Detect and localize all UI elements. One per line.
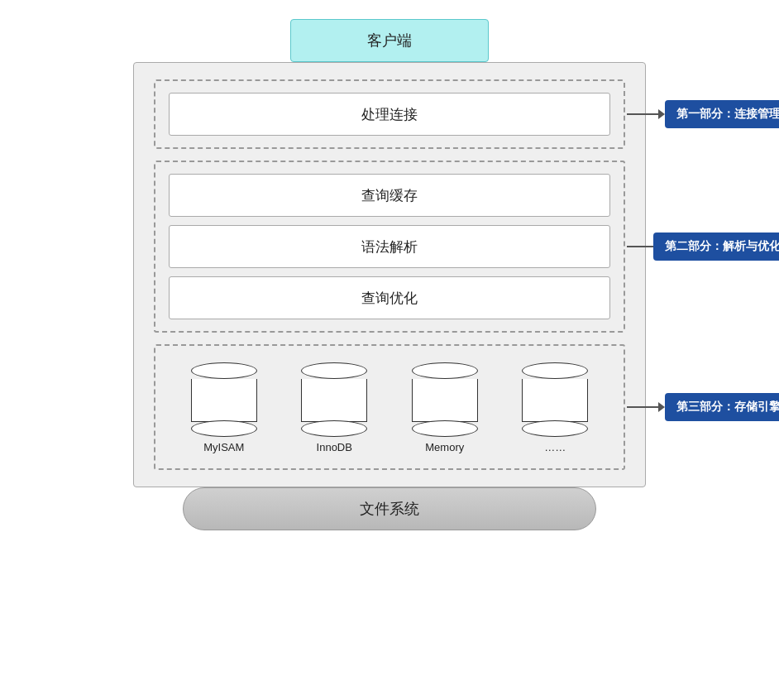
filesystem-label: 文件系统: [360, 499, 419, 519]
connection-label: 处理连接: [361, 105, 418, 124]
query-cache-label: 查询缓存: [361, 186, 418, 205]
section-connection: 处理连接: [154, 79, 625, 149]
engine-other-label: ……: [544, 441, 566, 453]
cyl-bottom-memory: [412, 420, 478, 437]
cyl-body-memory: [412, 379, 478, 422]
cyl-body-other: [522, 379, 588, 422]
cyl-bottom-myisam: [191, 420, 257, 437]
engine-innodb: InnoDB: [301, 362, 367, 453]
cyl-top-myisam: [191, 362, 257, 379]
client-box: 客户端: [290, 19, 489, 62]
engine-innodb-label: InnoDB: [317, 441, 352, 453]
cyl-bottom-other: [522, 420, 588, 437]
section-parser: 查询缓存 语法解析 查询优化: [154, 161, 625, 333]
cyl-body-innodb: [301, 379, 367, 422]
diagram-container: 客户端 处理连接 第一部分：连接管理 查询缓存: [34, 19, 745, 681]
cyl-bottom-innodb: [301, 420, 367, 437]
engine-other: ……: [522, 362, 588, 453]
section-storage: MyISAM InnoDB Memory: [154, 344, 625, 470]
cyl-top-memory: [412, 362, 478, 379]
inner-box-query-cache: 查询缓存: [169, 174, 610, 217]
cyl-body-myisam: [191, 379, 257, 422]
section-connection-wrapper: 处理连接 第一部分：连接管理: [154, 79, 625, 149]
label-connection-text: 第一部分：连接管理: [676, 107, 779, 122]
inner-box-syntax: 语法解析: [169, 225, 610, 268]
label-connection: 第一部分：连接管理: [665, 100, 779, 128]
label-storage-text: 第三部分：存储引擎: [676, 400, 779, 415]
storage-engines-row: MyISAM InnoDB Memory: [169, 357, 610, 457]
section-parser-wrapper: 查询缓存 语法解析 查询优化 第二部分：解析与优化: [154, 161, 625, 333]
connector-storage: [627, 406, 658, 408]
optimizer-label: 查询优化: [361, 289, 418, 308]
label-parser-text: 第二部分：解析与优化: [665, 239, 779, 254]
label-parser: 第二部分：解析与优化: [653, 233, 779, 261]
syntax-label: 语法解析: [361, 237, 418, 257]
cyl-top-innodb: [301, 362, 367, 379]
cyl-top-other: [522, 362, 588, 379]
inner-box-connection: 处理连接: [169, 93, 610, 136]
engine-myisam-label: MyISAM: [203, 441, 244, 453]
engine-memory-label: Memory: [425, 441, 464, 453]
label-storage: 第三部分：存储引擎: [665, 393, 779, 421]
engine-myisam: MyISAM: [191, 362, 257, 453]
engine-memory: Memory: [412, 362, 478, 453]
client-label: 客户端: [367, 31, 412, 50]
connector-connection: [627, 113, 658, 115]
server-box: 处理连接 第一部分：连接管理 查询缓存 语法解析 查询优化: [133, 62, 646, 487]
filesystem-box: 文件系统: [183, 487, 596, 530]
section-storage-wrapper: MyISAM InnoDB Memory: [154, 344, 625, 470]
inner-box-optimizer: 查询优化: [169, 276, 610, 319]
